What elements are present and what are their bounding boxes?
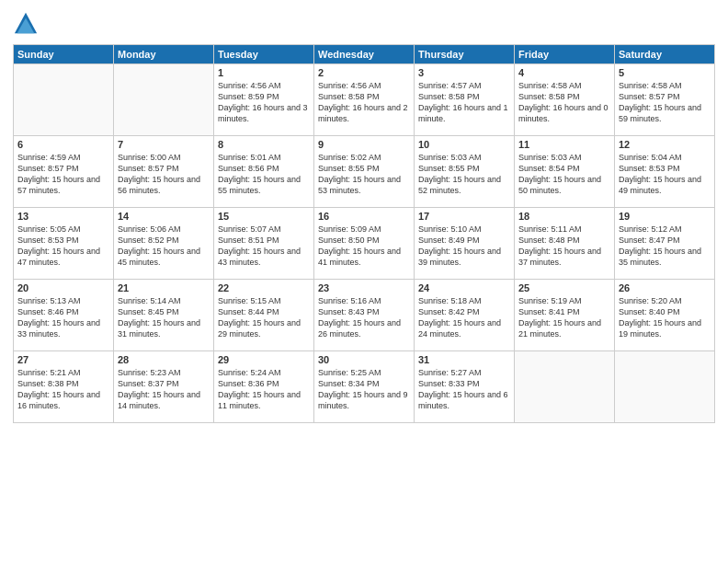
calendar-cell: 24Sunrise: 5:18 AM Sunset: 8:42 PM Dayli…	[415, 280, 515, 351]
cell-info: Sunrise: 5:16 AM Sunset: 8:43 PM Dayligh…	[318, 295, 410, 340]
day-number: 1	[218, 67, 310, 78]
weekday-header-row: SundayMondayTuesdayWednesdayThursdayFrid…	[14, 45, 715, 64]
cell-info: Sunrise: 5:23 AM Sunset: 8:37 PM Dayligh…	[118, 367, 210, 412]
weekday-header-wednesday: Wednesday	[314, 45, 415, 64]
day-number: 19	[619, 211, 711, 222]
calendar-cell	[515, 351, 615, 423]
day-number: 30	[318, 354, 410, 365]
cell-info: Sunrise: 5:00 AM Sunset: 8:57 PM Dayligh…	[118, 152, 210, 197]
calendar-cell: 12Sunrise: 5:04 AM Sunset: 8:53 PM Dayli…	[615, 136, 715, 208]
calendar-cell: 26Sunrise: 5:20 AM Sunset: 8:40 PM Dayli…	[615, 280, 715, 351]
calendar-cell: 10Sunrise: 5:03 AM Sunset: 8:55 PM Dayli…	[415, 136, 515, 208]
calendar-cell: 11Sunrise: 5:03 AM Sunset: 8:54 PM Dayli…	[515, 136, 615, 208]
calendar-cell: 1Sunrise: 4:56 AM Sunset: 8:59 PM Daylig…	[214, 64, 314, 136]
cell-info: Sunrise: 4:58 AM Sunset: 8:58 PM Dayligh…	[518, 80, 610, 125]
calendar-cell: 18Sunrise: 5:11 AM Sunset: 8:48 PM Dayli…	[515, 208, 615, 280]
day-number: 18	[518, 211, 610, 222]
calendar-cell: 9Sunrise: 5:02 AM Sunset: 8:55 PM Daylig…	[314, 136, 415, 208]
cell-info: Sunrise: 4:56 AM Sunset: 8:58 PM Dayligh…	[318, 80, 410, 125]
logo-icon	[13, 11, 39, 37]
day-number: 14	[118, 211, 210, 222]
weekday-header-monday: Monday	[114, 45, 214, 64]
calendar-cell: 25Sunrise: 5:19 AM Sunset: 8:41 PM Dayli…	[515, 280, 615, 351]
weekday-header-sunday: Sunday	[14, 45, 114, 64]
calendar-cell: 28Sunrise: 5:23 AM Sunset: 8:37 PM Dayli…	[114, 351, 214, 423]
weekday-header-thursday: Thursday	[415, 45, 515, 64]
cell-info: Sunrise: 5:18 AM Sunset: 8:42 PM Dayligh…	[418, 295, 510, 340]
calendar-cell: 3Sunrise: 4:57 AM Sunset: 8:58 PM Daylig…	[415, 64, 515, 136]
cell-info: Sunrise: 4:58 AM Sunset: 8:57 PM Dayligh…	[619, 80, 711, 125]
calendar-cell: 8Sunrise: 5:01 AM Sunset: 8:56 PM Daylig…	[214, 136, 314, 208]
day-number: 11	[518, 139, 610, 150]
day-number: 15	[218, 211, 310, 222]
cell-info: Sunrise: 5:11 AM Sunset: 8:48 PM Dayligh…	[518, 224, 610, 269]
calendar-cell: 22Sunrise: 5:15 AM Sunset: 8:44 PM Dayli…	[214, 280, 314, 351]
week-row-1: 1Sunrise: 4:56 AM Sunset: 8:59 PM Daylig…	[14, 64, 715, 136]
cell-info: Sunrise: 5:20 AM Sunset: 8:40 PM Dayligh…	[619, 295, 711, 340]
calendar-cell	[615, 351, 715, 423]
day-number: 29	[218, 354, 310, 365]
day-number: 4	[518, 67, 610, 78]
calendar-cell: 20Sunrise: 5:13 AM Sunset: 8:46 PM Dayli…	[14, 280, 114, 351]
day-number: 26	[619, 282, 711, 293]
page-container: SundayMondayTuesdayWednesdayThursdayFrid…	[0, 0, 728, 563]
calendar-cell: 14Sunrise: 5:06 AM Sunset: 8:52 PM Dayli…	[114, 208, 214, 280]
logo	[13, 11, 42, 37]
cell-info: Sunrise: 5:05 AM Sunset: 8:53 PM Dayligh…	[17, 224, 109, 269]
calendar-cell: 4Sunrise: 4:58 AM Sunset: 8:58 PM Daylig…	[515, 64, 615, 136]
cell-info: Sunrise: 5:10 AM Sunset: 8:49 PM Dayligh…	[418, 224, 510, 269]
week-row-2: 6Sunrise: 4:59 AM Sunset: 8:57 PM Daylig…	[14, 136, 715, 208]
day-number: 21	[118, 282, 210, 293]
weekday-header-tuesday: Tuesday	[214, 45, 314, 64]
cell-info: Sunrise: 5:19 AM Sunset: 8:41 PM Dayligh…	[518, 295, 610, 340]
weekday-header-saturday: Saturday	[615, 45, 715, 64]
calendar-cell: 17Sunrise: 5:10 AM Sunset: 8:49 PM Dayli…	[415, 208, 515, 280]
day-number: 22	[218, 282, 310, 293]
calendar-cell: 15Sunrise: 5:07 AM Sunset: 8:51 PM Dayli…	[214, 208, 314, 280]
calendar-cell: 13Sunrise: 5:05 AM Sunset: 8:53 PM Dayli…	[14, 208, 114, 280]
header	[13, 11, 715, 37]
week-row-3: 13Sunrise: 5:05 AM Sunset: 8:53 PM Dayli…	[14, 208, 715, 280]
cell-info: Sunrise: 5:25 AM Sunset: 8:34 PM Dayligh…	[318, 367, 410, 412]
cell-info: Sunrise: 5:06 AM Sunset: 8:52 PM Dayligh…	[118, 224, 210, 269]
calendar-table: SundayMondayTuesdayWednesdayThursdayFrid…	[13, 44, 715, 423]
calendar-cell: 6Sunrise: 4:59 AM Sunset: 8:57 PM Daylig…	[14, 136, 114, 208]
day-number: 9	[318, 139, 410, 150]
calendar-cell	[114, 64, 214, 136]
calendar-cell: 16Sunrise: 5:09 AM Sunset: 8:50 PM Dayli…	[314, 208, 415, 280]
day-number: 20	[17, 282, 109, 293]
calendar-cell: 29Sunrise: 5:24 AM Sunset: 8:36 PM Dayli…	[214, 351, 314, 423]
week-row-4: 20Sunrise: 5:13 AM Sunset: 8:46 PM Dayli…	[14, 280, 715, 351]
calendar-cell: 30Sunrise: 5:25 AM Sunset: 8:34 PM Dayli…	[314, 351, 415, 423]
day-number: 5	[619, 67, 711, 78]
cell-info: Sunrise: 5:01 AM Sunset: 8:56 PM Dayligh…	[218, 152, 310, 197]
calendar-cell: 31Sunrise: 5:27 AM Sunset: 8:33 PM Dayli…	[415, 351, 515, 423]
cell-info: Sunrise: 5:14 AM Sunset: 8:45 PM Dayligh…	[118, 295, 210, 340]
day-number: 8	[218, 139, 310, 150]
cell-info: Sunrise: 5:21 AM Sunset: 8:38 PM Dayligh…	[17, 367, 109, 412]
weekday-header-friday: Friday	[515, 45, 615, 64]
calendar-cell: 7Sunrise: 5:00 AM Sunset: 8:57 PM Daylig…	[114, 136, 214, 208]
calendar-cell: 23Sunrise: 5:16 AM Sunset: 8:43 PM Dayli…	[314, 280, 415, 351]
cell-info: Sunrise: 5:24 AM Sunset: 8:36 PM Dayligh…	[218, 367, 310, 412]
day-number: 2	[318, 67, 410, 78]
day-number: 13	[17, 211, 109, 222]
day-number: 31	[418, 354, 510, 365]
day-number: 24	[418, 282, 510, 293]
cell-info: Sunrise: 4:59 AM Sunset: 8:57 PM Dayligh…	[17, 152, 109, 197]
cell-info: Sunrise: 5:02 AM Sunset: 8:55 PM Dayligh…	[318, 152, 410, 197]
calendar-cell: 21Sunrise: 5:14 AM Sunset: 8:45 PM Dayli…	[114, 280, 214, 351]
calendar-cell: 2Sunrise: 4:56 AM Sunset: 8:58 PM Daylig…	[314, 64, 415, 136]
cell-info: Sunrise: 5:03 AM Sunset: 8:54 PM Dayligh…	[518, 152, 610, 197]
cell-info: Sunrise: 5:27 AM Sunset: 8:33 PM Dayligh…	[418, 367, 510, 412]
day-number: 27	[17, 354, 109, 365]
day-number: 10	[418, 139, 510, 150]
cell-info: Sunrise: 5:15 AM Sunset: 8:44 PM Dayligh…	[218, 295, 310, 340]
day-number: 25	[518, 282, 610, 293]
day-number: 17	[418, 211, 510, 222]
day-number: 16	[318, 211, 410, 222]
cell-info: Sunrise: 5:04 AM Sunset: 8:53 PM Dayligh…	[619, 152, 711, 197]
day-number: 7	[118, 139, 210, 150]
calendar-cell	[14, 64, 114, 136]
cell-info: Sunrise: 5:09 AM Sunset: 8:50 PM Dayligh…	[318, 224, 410, 269]
